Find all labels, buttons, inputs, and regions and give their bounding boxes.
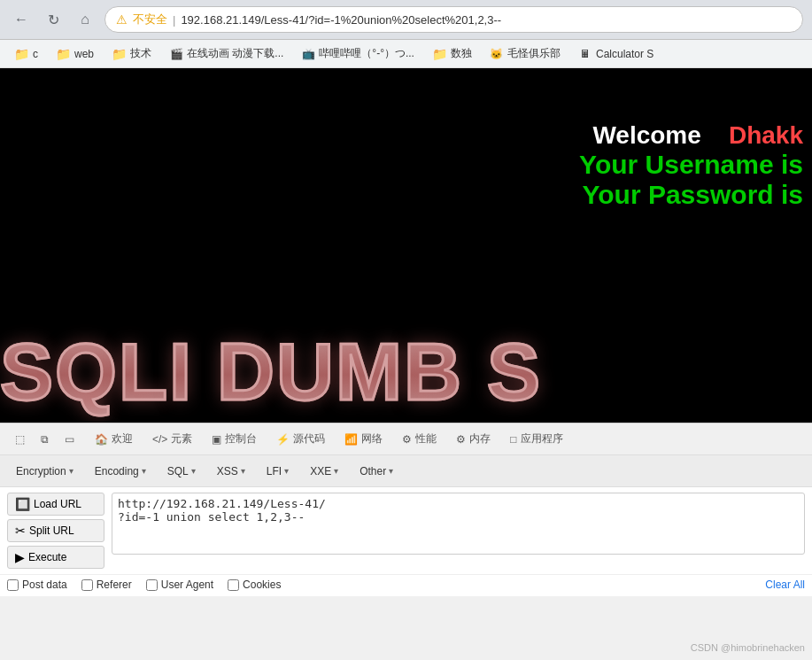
dropdown-arrow-icon: ▾: [334, 466, 338, 476]
tab-network[interactable]: 📶 网络: [336, 426, 391, 452]
xss-label: XSS: [217, 465, 238, 478]
other-label: Other: [360, 465, 386, 478]
hackbar-toolbar: Encryption ▾ Encoding ▾ SQL ▾ XSS ▾ LFI …: [0, 455, 812, 487]
lfi-menu[interactable]: LFI ▾: [258, 462, 298, 481]
more-icon[interactable]: ▭: [58, 429, 80, 450]
inspect-icon[interactable]: ⬚: [9, 429, 30, 450]
tab-label: 网络: [361, 431, 383, 446]
tab-welcome[interactable]: 🏠 欢迎: [86, 426, 142, 452]
tab-sources[interactable]: ⚡ 源代码: [267, 426, 334, 452]
folder-icon: 📁: [56, 47, 71, 61]
cookies-input[interactable]: [228, 579, 239, 591]
security-warning-icon: ⚠: [116, 12, 128, 27]
split-url-label: Split URL: [29, 524, 74, 537]
console-icon: ▣: [212, 433, 221, 446]
bookmark-bilibili[interactable]: 📺 哔哩哔哩（°-°）つ...: [294, 43, 421, 64]
bookmark-monster[interactable]: 🐱 毛怪俱乐部: [483, 43, 568, 64]
encryption-menu[interactable]: Encryption ▾: [7, 462, 82, 481]
referer-input[interactable]: [81, 579, 93, 591]
bookmark-calculator[interactable]: 🖩 Calculator S: [571, 44, 661, 64]
device-icon[interactable]: ⧉: [34, 429, 55, 450]
tab-label: 欢迎: [112, 431, 133, 446]
tab-console[interactable]: ▣ 控制台: [203, 426, 266, 452]
tab-elements[interactable]: </> 元素: [143, 426, 201, 452]
browser-chrome: ← ↻ ⌂ ⚠ 不安全 | 192.168.21.149/Less-41/?id…: [0, 0, 812, 40]
calc-icon: 🖩: [578, 47, 592, 61]
memory-icon: ⚙: [456, 433, 466, 446]
bookmark-anime[interactable]: 🎬 在线动画 动漫下载...: [162, 43, 290, 64]
execute-icon: ▶: [15, 550, 25, 564]
encoding-label: Encoding: [95, 465, 139, 478]
bookmark-label: 哔哩哔哩（°-°）つ...: [319, 46, 414, 61]
bookmark-c[interactable]: 📁 c: [7, 44, 45, 64]
elements-icon: </>: [152, 433, 167, 446]
separator: |: [173, 13, 175, 27]
tab-label: 元素: [171, 431, 192, 446]
bookmark-label: 数独: [451, 46, 472, 61]
user-agent-checkbox[interactable]: User Agent: [146, 578, 213, 591]
clear-all-button[interactable]: Clear All: [765, 578, 805, 591]
referer-checkbox[interactable]: Referer: [81, 578, 132, 591]
post-data-input[interactable]: [7, 579, 19, 591]
execute-button[interactable]: ▶ Execute: [7, 546, 104, 569]
bookmark-label: 技术: [130, 46, 151, 61]
encoding-menu[interactable]: Encoding ▾: [86, 462, 155, 481]
cookies-checkbox[interactable]: Cookies: [228, 578, 281, 591]
cookies-label: Cookies: [243, 578, 281, 591]
logo-text: SQLI DUMB S: [0, 327, 542, 423]
network-icon: 📶: [344, 433, 358, 446]
user-agent-input[interactable]: [146, 579, 158, 591]
sql-label: SQL: [167, 465, 189, 478]
home-button[interactable]: ⌂: [73, 7, 97, 32]
bilibili-icon: 📺: [301, 47, 315, 61]
hackbar-main: 🔲 Load URL ✂ Split URL ▶ Execute http://…: [0, 487, 812, 574]
bookmark-shudu[interactable]: 📁 数独: [425, 43, 479, 64]
page-content: Welcome Dhakk Your Username is Your Pass…: [0, 68, 812, 423]
tab-memory[interactable]: ⚙ 内存: [447, 426, 499, 452]
load-url-icon: 🔲: [15, 497, 30, 511]
tab-performance[interactable]: ⚙ 性能: [393, 426, 445, 452]
bookmark-label: Calculator S: [596, 48, 653, 60]
address-bar[interactable]: ⚠ 不安全 | 192.168.21.149/Less-41/?id=-1%20…: [104, 6, 803, 33]
csdn-watermark: CSDN @himobrinehacken: [691, 642, 805, 653]
password-line: Your Password is: [579, 180, 803, 210]
welcome-area: Welcome Dhakk Your Username is Your Pass…: [579, 121, 812, 210]
back-button[interactable]: ←: [9, 7, 34, 32]
url-input[interactable]: http://192.168.21.149/Less-41/ ?id=-1 un…: [112, 493, 805, 555]
monster-icon: 🐱: [490, 47, 504, 61]
security-label: 不安全: [133, 12, 167, 27]
bookmark-label: c: [33, 48, 38, 60]
hackbar-bottom: Post data Referer User Agent Cookies Cle…: [0, 574, 812, 596]
welcome-line: Welcome Dhakk: [579, 121, 803, 150]
split-url-button[interactable]: ✂ Split URL: [7, 519, 104, 542]
tab-label: 源代码: [293, 431, 325, 446]
dropdown-arrow-icon: ▾: [69, 466, 73, 476]
reload-button[interactable]: ↻: [41, 7, 66, 32]
tab-application[interactable]: □ 应用程序: [501, 426, 571, 452]
url-textarea-container: http://192.168.21.149/Less-41/ ?id=-1 un…: [112, 493, 805, 569]
user-agent-label: User Agent: [161, 578, 213, 591]
dropdown-arrow-icon: ▾: [389, 466, 393, 476]
xxe-menu[interactable]: XXE ▾: [301, 462, 347, 481]
tab-label: 性能: [415, 431, 437, 446]
execute-label: Execute: [28, 551, 66, 563]
performance-icon: ⚙: [402, 433, 412, 446]
dropdown-arrow-icon: ▾: [284, 466, 289, 476]
anime-icon: 🎬: [169, 47, 183, 61]
sql-menu[interactable]: SQL ▾: [159, 462, 205, 481]
bookmark-web[interactable]: 📁 web: [49, 44, 101, 64]
devtools-panel-icons: ⬚ ⧉ ▭: [4, 429, 84, 450]
bookmark-tech[interactable]: 📁 技术: [104, 43, 159, 64]
app-icon: □: [510, 433, 516, 446]
folder-icon: 📁: [14, 47, 29, 61]
welcome-name: Dhakk: [729, 121, 803, 149]
sources-icon: ⚡: [276, 433, 290, 446]
xss-menu[interactable]: XSS ▾: [208, 462, 254, 481]
dropdown-arrow-icon: ▾: [142, 466, 146, 476]
load-url-button[interactable]: 🔲 Load URL: [7, 493, 104, 516]
other-menu[interactable]: Other ▾: [351, 462, 402, 481]
tab-label: 控制台: [225, 431, 257, 446]
post-data-checkbox[interactable]: Post data: [7, 578, 67, 591]
username-line: Your Username is: [579, 150, 803, 180]
logo-area: SQLI DUMB S: [0, 299, 812, 423]
